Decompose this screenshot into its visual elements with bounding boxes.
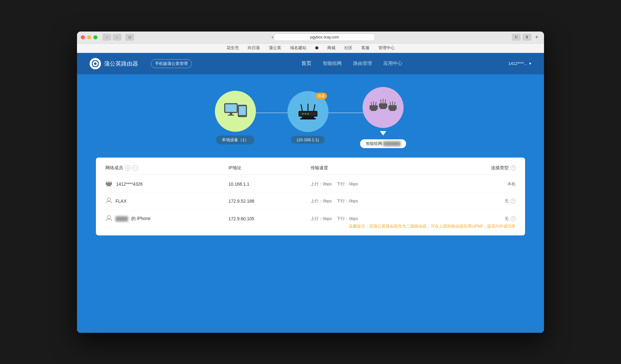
title-bar-actions: ↻ ⬆ +: [512, 34, 540, 41]
nav-smart-network[interactable]: 智能组网: [323, 61, 342, 66]
svg-point-1: [94, 62, 97, 65]
nav-dot: [315, 46, 318, 49]
share-button[interactable]: ⬆: [523, 34, 531, 41]
top-nav-item-shangcheng[interactable]: 商城: [327, 45, 335, 51]
edit-member-icon[interactable]: ⋯: [133, 165, 138, 171]
svg-rect-38: [106, 186, 111, 186]
conn-cell-3: 无 ?: [434, 216, 516, 222]
mobile-management-button[interactable]: 手机版蒲公英管理: [151, 59, 192, 68]
table-row: FLAX 172.9.52.188 上行：0bps 下行：0bps 无 ?: [105, 193, 516, 210]
speed-cell-1: 上行：0bps 下行：0bps: [310, 181, 434, 187]
local-devices-icon: [223, 102, 248, 121]
traffic-lights: [81, 35, 98, 39]
svg-line-34: [107, 181, 107, 182]
forward-button[interactable]: ›: [113, 34, 121, 41]
user-label: 1412****...: [508, 61, 527, 66]
svg-rect-5: [228, 115, 234, 116]
ip-cell-2: 172.9.52.188: [228, 199, 310, 204]
top-nav-item-pugongying[interactable]: 蒲公英: [269, 45, 281, 51]
ip-cell-3: 172.9.60.105: [228, 216, 310, 221]
svg-rect-33: [106, 182, 112, 185]
svg-line-24: [381, 100, 381, 103]
local-node: 本地设备（1）: [215, 91, 256, 144]
svg-rect-7: [239, 106, 246, 115]
local-label: 本地设备（1）: [216, 136, 254, 144]
svg-line-29: [390, 102, 391, 105]
network-label-text: 智能组网: [366, 141, 382, 146]
svg-rect-4: [230, 113, 232, 115]
maximize-button[interactable]: [93, 35, 98, 39]
svg-rect-28: [388, 105, 397, 110]
ip-cell-1: 10.168.1.1: [228, 182, 310, 187]
member-name-3: 的 iPhone: [131, 216, 151, 222]
address-bar[interactable]: pgybox.oray.com: [274, 33, 375, 41]
address-bar-container: ▼ pgybox.oray.com: [137, 33, 509, 41]
nav-app-center[interactable]: 应用中心: [383, 61, 402, 66]
conn-info-icon-2[interactable]: ?: [511, 199, 516, 204]
conn-cell-1: 本机: [434, 181, 516, 187]
mac-window: ‹ › ⊡ ▼ pgybox.oray.com ↻ ⬆ + 花生壳 向日葵 蒲公…: [77, 32, 544, 333]
conn-type-info-icon[interactable]: ?: [511, 165, 516, 170]
svg-rect-37: [107, 185, 111, 186]
svg-point-40: [107, 216, 110, 219]
svg-rect-3: [225, 104, 237, 112]
top-nav-item-guanli[interactable]: 管理中心: [378, 45, 395, 51]
nav-router-management[interactable]: 路由管理: [353, 61, 372, 66]
svg-line-26: [385, 100, 386, 103]
connector-1: [253, 113, 291, 113]
member-cell-2: FLAX: [105, 197, 228, 205]
svg-rect-23: [379, 103, 387, 108]
member-name-2: FLAX: [115, 199, 127, 204]
svg-line-36: [111, 181, 111, 182]
user-avatar-icon-2: [105, 197, 112, 205]
router-icon: [295, 102, 321, 121]
add-member-icon[interactable]: +: [125, 165, 131, 171]
svg-line-10: [301, 105, 302, 111]
tab-view-button[interactable]: ⊡: [125, 34, 134, 41]
network-pointer: [380, 131, 386, 136]
logo-icon: [90, 58, 101, 69]
svg-rect-32: [390, 110, 395, 111]
title-bar: ‹ › ⊡ ▼ pgybox.oray.com ↻ ⬆ +: [77, 32, 544, 43]
router-node: 加速: [287, 91, 328, 144]
col-header-ip: IP地址: [228, 165, 310, 171]
header-nav: 首页 智能组网 路由管理 应用中心: [201, 60, 502, 67]
nav-home[interactable]: 首页: [301, 60, 311, 67]
network-label: 智能组网 ██████: [360, 139, 406, 148]
top-nav-item-yuming[interactable]: 域名建站: [290, 45, 306, 51]
svg-line-12: [314, 105, 315, 111]
tab-dropdown-icon[interactable]: ▼: [271, 36, 274, 39]
user-menu[interactable]: 1412****... ▾: [508, 61, 531, 66]
svg-rect-22: [371, 110, 376, 111]
user-avatar-icon-3: [105, 215, 112, 223]
speed-cell-3: 上行：0bps 下行：0bps: [310, 216, 434, 222]
network-node: 智能组网 ██████: [360, 87, 406, 148]
warning-text: 温馨提示：若蒲公英路由器作为二级路由器，可在上层的路由器应用UPNP，提高P2P…: [349, 223, 516, 229]
svg-rect-27: [380, 108, 386, 109]
svg-rect-17: [300, 118, 316, 119]
top-nav-item-shequ[interactable]: 社区: [344, 45, 352, 51]
main-content: 本地设备（1） 加速: [77, 74, 544, 333]
member-cell-3: ████ 的 iPhone: [105, 215, 228, 223]
router-label: (10.168.1.1): [291, 136, 324, 144]
conn-cell-2: 无 ?: [434, 198, 516, 204]
top-nav-item-kefu[interactable]: 客服: [361, 45, 370, 51]
svg-line-31: [394, 102, 395, 105]
new-tab-button[interactable]: +: [533, 34, 540, 41]
top-nav-item-xiangrikui[interactable]: 向日葵: [248, 45, 260, 51]
network-nodes-icon: [369, 96, 397, 118]
svg-point-39: [107, 198, 110, 201]
member-name-1: 1412****4326: [116, 182, 143, 187]
logo-text: 蒲公英路由器: [104, 60, 138, 67]
close-button[interactable]: [81, 35, 85, 39]
network-label-blurred: ██████: [383, 141, 400, 146]
svg-line-19: [371, 102, 372, 105]
conn-info-icon-3[interactable]: ?: [511, 216, 516, 221]
minimize-button[interactable]: [87, 35, 91, 39]
back-button[interactable]: ‹: [103, 34, 111, 41]
logo-area: 蒲公英路由器: [90, 58, 138, 69]
top-nav-item-huashengke[interactable]: 花生壳: [227, 45, 239, 51]
reload-button[interactable]: ↻: [512, 34, 521, 41]
table-header-row: 网络成员 + ⋯ IP地址 传输速度 连接类型 ?: [105, 165, 516, 175]
svg-point-15: [307, 113, 309, 114]
